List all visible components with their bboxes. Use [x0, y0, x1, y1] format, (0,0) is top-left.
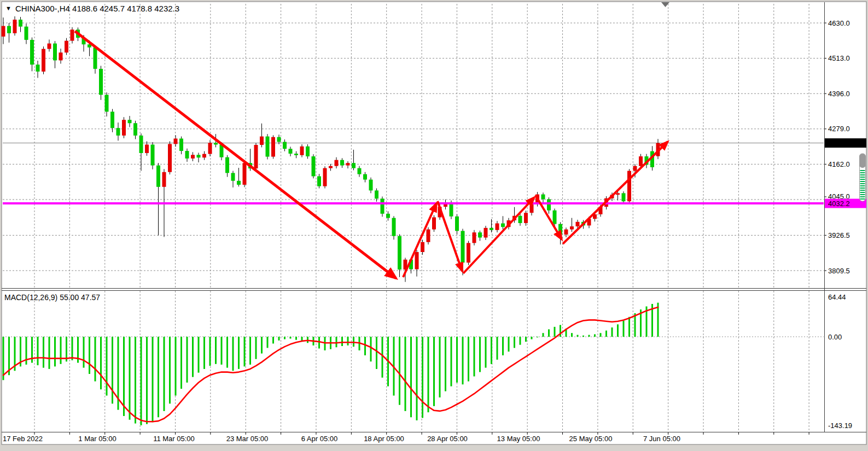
- candle-body: [42, 49, 45, 71]
- macd-bar: [382, 337, 383, 378]
- price-axis-label: 3809.5: [828, 267, 850, 275]
- axis-slider[interactable]: [860, 154, 866, 201]
- macd-bar: [502, 337, 504, 355]
- macd-bar: [192, 337, 194, 377]
- macd-bar: [582, 336, 584, 337]
- macd-bar: [611, 327, 613, 337]
- candle-body: [25, 27, 28, 40]
- macd-bar: [232, 337, 234, 371]
- candle-body: [266, 137, 270, 157]
- candle-body: [564, 230, 568, 235]
- macd-bar: [428, 337, 429, 412]
- macd-bar: [146, 337, 148, 424]
- candle-body: [36, 65, 40, 72]
- macd-bar: [249, 337, 251, 365]
- candle-body: [168, 144, 172, 172]
- axis-slider-thumb[interactable]: [860, 154, 866, 168]
- macd-bar: [49, 337, 50, 369]
- macd-bar: [623, 321, 625, 337]
- macd-bar: [537, 337, 538, 337]
- candle-body: [352, 163, 356, 168]
- candle-body: [53, 44, 57, 61]
- macd-bar: [244, 337, 246, 366]
- trading-chart-window: 4630.04513.04396.04279.04162.04045.03926…: [0, 0, 868, 451]
- macd-bar: [439, 337, 441, 397]
- candle-body: [179, 138, 183, 151]
- candle-body: [2, 26, 5, 37]
- macd-bar: [290, 337, 292, 338]
- macd-bar: [238, 337, 240, 369]
- macd-bar: [3, 337, 4, 380]
- triangle-down-icon[interactable]: ▼: [5, 5, 11, 11]
- candle-body: [139, 136, 143, 153]
- candle-body: [386, 214, 390, 218]
- candle-body: [312, 156, 316, 176]
- candle-body: [329, 166, 333, 168]
- candle-body: [530, 204, 534, 213]
- macd-bar: [605, 331, 607, 337]
- candle-body: [432, 218, 436, 230]
- chart-canvas: 4630.04513.04396.04279.04162.04045.03926…: [0, 0, 868, 451]
- candle-body: [300, 147, 304, 155]
- macd-bar: [203, 337, 205, 369]
- candle-body: [323, 168, 327, 186]
- macd-bar: [554, 327, 556, 337]
- candle-body: [576, 222, 580, 226]
- candle-body: [145, 144, 149, 153]
- candle-body: [71, 30, 74, 40]
- candle-body: [461, 231, 465, 262]
- candle-body: [524, 213, 528, 223]
- candle-body: [65, 41, 68, 53]
- candle-body: [59, 52, 63, 60]
- candle-body: [627, 171, 631, 202]
- macd-bar: [491, 337, 492, 364]
- macd-bar: [634, 313, 636, 337]
- price-tag-label: 4232.3: [828, 139, 850, 147]
- candle-body: [277, 137, 281, 142]
- macd-bar: [83, 337, 85, 368]
- candle-body: [478, 232, 482, 237]
- candle-body: [490, 228, 493, 230]
- macd-bar: [531, 337, 533, 339]
- macd-bar: [376, 337, 377, 369]
- candle-body: [99, 69, 103, 95]
- macd-bar: [318, 337, 320, 349]
- candle-body: [519, 216, 522, 223]
- candle-body: [496, 224, 499, 230]
- macd-bar: [364, 337, 366, 355]
- candle-body: [473, 232, 476, 243]
- macd-bar: [617, 324, 619, 337]
- macd-bar: [422, 337, 423, 418]
- candle-body: [375, 190, 378, 198]
- macd-bar: [445, 337, 446, 391]
- macd-bar: [479, 337, 481, 372]
- candle-body: [260, 137, 264, 145]
- macd-bar: [433, 337, 435, 406]
- macd-bar: [284, 337, 286, 339]
- candle-body: [306, 147, 310, 156]
- macd-axis-label: -143.19: [828, 421, 852, 430]
- candle-body: [570, 226, 574, 230]
- macd-bar: [60, 337, 62, 364]
- candle-body: [191, 155, 195, 159]
- symbol-ohlc-text: CHINA300-,H4 4188.6 4245.7 4178.8 4232.3: [15, 4, 179, 13]
- candle-body: [225, 157, 229, 173]
- macd-bar: [100, 337, 102, 389]
- macd-bar: [187, 337, 188, 383]
- macd-bar: [560, 325, 561, 337]
- candle-body: [553, 210, 557, 224]
- macd-bar: [468, 337, 469, 382]
- time-axis-label: 17 Feb 2022: [3, 435, 43, 443]
- candle-body: [317, 176, 321, 186]
- macd-bar: [525, 337, 527, 342]
- candle-body: [392, 218, 396, 236]
- candle-body: [237, 181, 241, 185]
- macd-bar: [221, 337, 223, 365]
- candle-body: [13, 20, 17, 33]
- candle-body: [289, 149, 293, 154]
- candle-body: [369, 180, 373, 191]
- candle-body: [48, 44, 51, 49]
- time-axis-label: 25 May 05:00: [569, 435, 613, 443]
- candle-body: [427, 230, 430, 242]
- macd-bar: [405, 337, 406, 411]
